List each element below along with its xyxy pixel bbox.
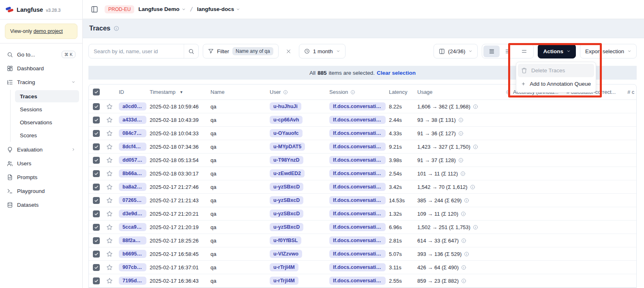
- row-star-cell[interactable]: [104, 237, 117, 244]
- session-badge[interactable]: lf.docs.conversation...: [329, 156, 386, 164]
- user-badge[interactable]: u-T98YnzD: [270, 156, 303, 164]
- session-badge[interactable]: lf.docs.conversation...: [329, 129, 386, 137]
- user-badge[interactable]: u-VIZzvwo: [270, 250, 302, 258]
- sidebar-item-dashboard[interactable]: Dashboard: [3, 62, 79, 75]
- row-checkbox[interactable]: [93, 224, 100, 231]
- sidebar-item-datasets[interactable]: Datasets: [3, 198, 79, 211]
- row-checkbox[interactable]: [93, 210, 100, 217]
- session-badge[interactable]: lf.docs.conversation...: [329, 277, 386, 285]
- sidebar-item-observations[interactable]: Observations: [15, 116, 79, 128]
- trace-id-badge[interactable]: 88f2a7b0...: [119, 236, 146, 245]
- session-badge[interactable]: lf.docs.conversation...: [329, 263, 386, 271]
- row-select-cell[interactable]: [89, 277, 104, 284]
- row-height-medium-button[interactable]: [500, 45, 516, 57]
- user-badge[interactable]: u-rTrjI4M: [270, 277, 298, 285]
- filter-button[interactable]: Filter Name any of qa: [203, 44, 279, 58]
- session-badge[interactable]: lf.docs.conversation...: [329, 223, 386, 231]
- table-row[interactable]: a0cd0d9... 2025-02-18 10:59:46 qa u-huJh…: [89, 100, 636, 113]
- row-checkbox[interactable]: [93, 143, 100, 150]
- row-star-cell[interactable]: [104, 277, 117, 284]
- row-select-cell[interactable]: [89, 170, 104, 177]
- row-star-cell[interactable]: [104, 117, 117, 123]
- trace-id-badge[interactable]: ba8a208f...: [119, 183, 146, 191]
- star-icon[interactable]: [106, 143, 113, 150]
- session-badge[interactable]: lf.docs.conversation...: [329, 143, 386, 151]
- table-row[interactable]: 8dcf4574... 2025-02-18 07:34:36 qa u-MYp…: [89, 140, 636, 154]
- time-range-button[interactable]: 1 month: [299, 44, 346, 58]
- project-breadcrumb[interactable]: langfuse-docs: [197, 6, 240, 12]
- select-all-cell[interactable]: [89, 89, 104, 95]
- star-icon[interactable]: [106, 210, 113, 217]
- user-badge[interactable]: u-cp66Avh: [270, 116, 303, 124]
- star-icon[interactable]: [106, 117, 113, 123]
- user-badge[interactable]: u-rTrjI4M: [270, 263, 298, 271]
- star-icon[interactable]: [106, 184, 113, 190]
- search-submit-button[interactable]: [184, 44, 198, 58]
- user-badge[interactable]: u-zEwdED2: [270, 169, 305, 178]
- session-badge[interactable]: lf.docs.conversation...: [329, 169, 386, 178]
- row-star-cell[interactable]: [104, 170, 117, 177]
- trace-id-badge[interactable]: a433de51...: [119, 116, 146, 124]
- user-badge[interactable]: u-huJhuJi: [270, 102, 301, 110]
- row-checkbox[interactable]: [93, 264, 100, 271]
- actions-button[interactable]: Actions: [538, 44, 576, 58]
- row-star-cell[interactable]: [104, 264, 117, 271]
- table-row[interactable]: 5cca9cf2... 2025-02-17 21:20:19 qa u-yzS…: [89, 221, 636, 234]
- row-star-cell[interactable]: [104, 157, 117, 163]
- trace-id-badge[interactable]: d3e9d1f2...: [119, 210, 146, 218]
- star-icon[interactable]: [106, 277, 113, 284]
- clear-selection-link[interactable]: Clear selection: [377, 70, 416, 76]
- session-badge[interactable]: lf.docs.conversation...: [329, 210, 386, 218]
- row-star-cell[interactable]: [104, 210, 117, 217]
- sidebar-item-playground[interactable]: Playground: [3, 184, 79, 197]
- table-row[interactable]: 88f2a7b0... 2025-02-17 18:25:26 qa u-f0Y…: [89, 234, 636, 247]
- header-usage[interactable]: Usage: [416, 89, 504, 95]
- row-checkbox[interactable]: [93, 197, 100, 204]
- user-badge[interactable]: u-yzSBxcD: [270, 210, 303, 218]
- user-badge[interactable]: u-yzSBxcD: [270, 183, 303, 191]
- table-row[interactable]: ba8a208f... 2025-02-17 21:27:46 qa u-yzS…: [89, 180, 636, 194]
- row-select-cell[interactable]: [89, 210, 104, 217]
- row-select-cell[interactable]: [89, 184, 104, 191]
- session-badge[interactable]: lf.docs.conversation...: [329, 116, 386, 124]
- table-row[interactable]: 8b66a34... 2025-02-18 03:30:17 qa u-zEwd…: [89, 167, 636, 180]
- session-badge[interactable]: lf.docs.conversation...: [329, 250, 386, 258]
- sidebar-item-tracing[interactable]: Tracing: [3, 76, 79, 89]
- row-star-cell[interactable]: [104, 103, 117, 110]
- row-select-cell[interactable]: [89, 157, 104, 164]
- star-icon[interactable]: [106, 170, 113, 177]
- row-star-cell[interactable]: [104, 130, 117, 136]
- menu-item-delete-traces[interactable]: Delete Traces: [518, 64, 594, 77]
- header-name[interactable]: Name: [209, 89, 268, 95]
- table-row[interactable]: 7195d78e... 2025-02-17 16:36:43 qa u-rTr…: [89, 274, 636, 288]
- trace-id-badge[interactable]: 907cbf6e...: [119, 263, 146, 271]
- session-badge[interactable]: lf.docs.conversation...: [329, 102, 386, 110]
- row-star-cell[interactable]: [104, 251, 117, 257]
- star-icon[interactable]: [106, 224, 113, 230]
- trace-id-badge[interactable]: 8b66a34...: [119, 169, 146, 178]
- row-star-cell[interactable]: [104, 143, 117, 150]
- table-row[interactable]: 07265c7a... 2025-02-17 21:21:43 qa u-yzS…: [89, 194, 636, 207]
- trace-id-badge[interactable]: 7195d78e...: [119, 277, 146, 285]
- header-session[interactable]: Session: [328, 89, 387, 95]
- row-select-cell[interactable]: [89, 251, 104, 258]
- menu-item-add-to-annotation-queue[interactable]: Add to Annotation Queue: [518, 77, 594, 91]
- trace-id-badge[interactable]: 084c739...: [119, 129, 146, 137]
- table-row[interactable]: 907cbf6e... 2025-02-17 16:37:01 qa u-rTr…: [89, 261, 636, 274]
- star-icon[interactable]: [106, 197, 113, 204]
- org-breadcrumb[interactable]: Langfuse Demo: [138, 6, 185, 12]
- row-checkbox[interactable]: [93, 157, 100, 164]
- sidebar-toggle-button[interactable]: [88, 3, 101, 15]
- user-badge[interactable]: u-f0YfBSL: [270, 236, 301, 245]
- sidebar-item-traces[interactable]: Traces: [15, 90, 79, 102]
- row-checkbox[interactable]: [93, 117, 100, 123]
- row-select-cell[interactable]: [89, 237, 104, 244]
- table-row[interactable]: dd05753... 2025-02-18 05:13:54 qa u-T98Y…: [89, 154, 636, 167]
- row-select-cell[interactable]: [89, 224, 104, 231]
- row-checkbox[interactable]: [93, 184, 100, 191]
- trace-id-badge[interactable]: 07265c7a...: [119, 196, 146, 204]
- select-all-checkbox[interactable]: [93, 89, 100, 95]
- header-latency[interactable]: Latency: [387, 89, 416, 95]
- row-star-cell[interactable]: [104, 224, 117, 230]
- row-checkbox[interactable]: [93, 251, 100, 258]
